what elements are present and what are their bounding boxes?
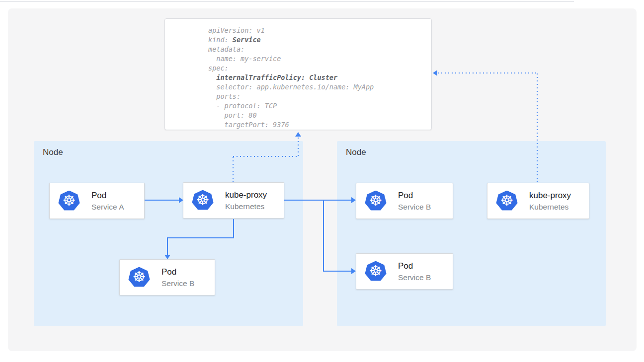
yaml-line: internalTrafficPolicy: Cluster [208,73,431,82]
node-right: Node [337,141,606,326]
card-subtitle: Service B [398,273,431,282]
card-text: Pod Service B [398,261,431,282]
card-title: Pod [398,191,431,201]
dotted-kp-left-h [233,156,299,157]
arrow-branch-vertical [323,200,324,271]
arrow-kube-proxy-to-pod-b1-head [351,197,356,203]
arrow-branch-head [351,268,356,274]
card-title: kube-proxy [225,190,267,200]
yaml-line: ports: [208,92,431,101]
card-title: Pod [91,191,124,201]
card-subtitle: Service A [91,202,124,212]
yaml-line: - protocol: TCP [208,101,431,111]
dotted-kp-right-head [433,70,437,76]
arrow-kube-proxy-to-pod-b1-line [284,200,352,201]
kubernetes-icon: ☸ [496,191,518,212]
dotted-kp-right-h [438,72,537,73]
kubernetes-icon: ☸ [365,191,387,212]
arrow-pod-a-to-kube-proxy-head [179,197,183,203]
dotted-kp-left-head [295,132,301,137]
card-text: Pod Service A [91,191,124,212]
dotted-kp-left-v1 [233,157,234,183]
card-title: Pod [161,267,194,277]
card-text: Pod Service B [161,267,194,288]
yaml-line: kind: Service [208,35,431,45]
yaml-line: selector: app.kubernetes.io/name: MyApp [208,82,431,92]
kubernetes-icon: ☸ [192,190,214,211]
card-subtitle: Service B [398,202,431,212]
yaml-line: spec: [208,64,431,73]
yaml-line: apiVersion: v1 [208,26,431,35]
kubernetes-icon: ☸ [128,267,150,288]
card-subtitle: Kubernetes [529,202,571,212]
pod-service-b-left-card: ☸ Pod Service B [119,259,215,295]
yaml-line: targetPort: 9376 [208,120,431,130]
dotted-kp-right-v [537,73,538,183]
dotted-kp-left-v2 [298,138,299,156]
yaml-line: metadata: [208,45,431,54]
kube-proxy-left-card: ☸ kube-proxy Kubernetes [183,182,284,218]
yaml-line: name: my-service [208,54,431,64]
arrow-kp-down-h [167,237,234,238]
diagram-canvas: apiVersion: v1 kind: Service metadata: n… [0,0,644,362]
kubernetes-icon: ☸ [365,261,387,282]
pod-service-b-right-top-card: ☸ Pod Service B [356,183,453,219]
pod-service-a-card: ☸ Pod Service A [49,183,145,219]
arrow-branch-horizontal [323,271,351,272]
card-title: Pod [398,261,431,271]
card-text: kube-proxy Kubernetes [225,190,267,211]
card-title: kube-proxy [529,191,571,201]
node-left: Node [34,141,303,326]
yaml-line: port: 80 [208,111,431,120]
card-text: kube-proxy Kubernetes [529,191,571,212]
node-label: Node [346,147,366,157]
kubernetes-icon: ☸ [58,191,80,212]
pod-service-b-right-bottom-card: ☸ Pod Service B [356,253,453,290]
arrow-kp-down-head [164,255,170,259]
arrow-pod-a-to-kube-proxy-line [145,200,179,201]
card-subtitle: Kubernetes [225,202,267,211]
arrow-kp-down-v1 [233,219,234,238]
node-label: Node [43,147,63,157]
card-text: Pod Service B [398,191,431,212]
arrow-kp-down-v2 [167,238,168,255]
card-subtitle: Service B [161,279,194,288]
top-divider-line [0,1,574,2]
service-yaml-card: apiVersion: v1 kind: Service metadata: n… [164,18,432,130]
kube-proxy-right-card: ☸ kube-proxy Kubernetes [487,183,589,219]
